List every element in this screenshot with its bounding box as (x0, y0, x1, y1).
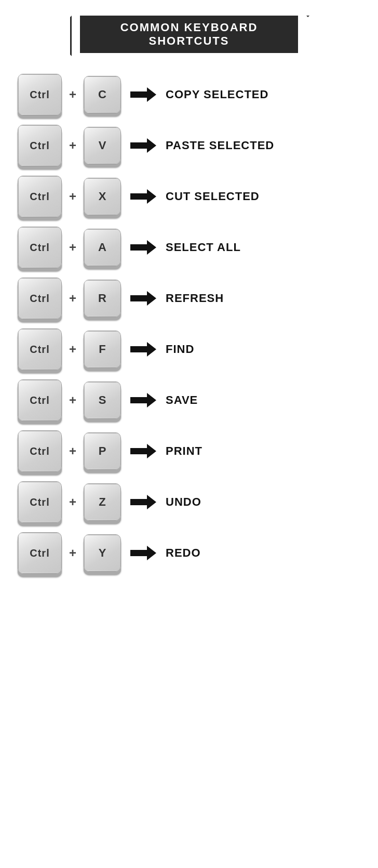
ctrl-key-copy: Ctrl (18, 74, 62, 115)
letter-key-undo: Z (84, 483, 121, 521)
ctrl-key-print: Ctrl (18, 430, 62, 472)
arrow-icon-paste (130, 138, 156, 153)
letter-label-redo: Y (99, 546, 106, 560)
shortcut-row-cut: Ctrl + X CUT SELECTED (18, 176, 360, 217)
shortcut-row-paste: Ctrl + V PASTE SELECTED (18, 125, 360, 166)
letter-key-redo: Y (84, 534, 121, 572)
letter-label-cut: X (99, 190, 106, 203)
arrow-icon-copy (130, 87, 156, 102)
arrow-icon-save (130, 393, 156, 407)
shortcut-label-copy: COPY SELECTED (166, 88, 268, 101)
ctrl-key-paste: Ctrl (18, 125, 62, 166)
ctrl-label-selectall: Ctrl (30, 242, 49, 254)
ctrl-key-undo: Ctrl (18, 481, 62, 523)
letter-key-copy: C (84, 76, 121, 113)
letter-label-refresh: R (98, 292, 106, 305)
arrow-icon-undo (130, 495, 156, 509)
ctrl-label-find: Ctrl (30, 344, 49, 356)
plus-sign-copy: + (69, 87, 76, 102)
arrow-icon-cut (130, 189, 156, 204)
plus-sign-refresh: + (69, 291, 76, 306)
plus-sign-print: + (69, 444, 76, 458)
ctrl-key-save: Ctrl (18, 379, 62, 421)
letter-label-selectall: A (98, 241, 106, 254)
shortcut-label-undo: UNDO (166, 495, 201, 509)
shortcut-label-save: SAVE (166, 393, 198, 407)
arrow-icon-find (130, 342, 156, 357)
title-text: COMMON KEYBOARD SHORTCUTS (120, 21, 258, 47)
shortcut-label-selectall: SELECT ALL (166, 241, 241, 254)
ctrl-label-paste: Ctrl (30, 140, 49, 152)
shortcut-label-print: PRINT (166, 444, 203, 458)
ctrl-label-undo: Ctrl (30, 496, 49, 508)
ctrl-key-selectall: Ctrl (18, 227, 62, 268)
shortcut-row-find: Ctrl + F FIND (18, 328, 360, 370)
letter-label-paste: V (99, 139, 106, 152)
shortcut-row-copy: Ctrl + C COPY SELECTED (18, 74, 360, 115)
arrow-icon-refresh (130, 291, 156, 306)
ctrl-key-cut: Ctrl (18, 176, 62, 217)
letter-key-find: F (84, 331, 121, 368)
ctrl-key-refresh: Ctrl (18, 278, 62, 319)
ctrl-label-save: Ctrl (30, 394, 49, 406)
plus-sign-cut: + (69, 189, 76, 204)
plus-sign-undo: + (69, 495, 76, 509)
plus-sign-redo: + (69, 546, 76, 560)
ctrl-label-refresh: Ctrl (30, 293, 49, 305)
letter-key-paste: V (84, 127, 121, 164)
plus-sign-find: + (69, 342, 76, 357)
letter-key-selectall: A (84, 229, 121, 266)
shortcut-row-print: Ctrl + P PRINT (18, 430, 360, 472)
letter-label-copy: C (98, 88, 106, 101)
ctrl-label-redo: Ctrl (30, 547, 49, 559)
letter-key-cut: X (84, 178, 121, 215)
letter-label-save: S (99, 393, 106, 407)
shortcuts-list: Ctrl + C COPY SELECTED Ctrl + V (18, 74, 360, 574)
letter-label-find: F (99, 343, 105, 356)
arrow-icon-redo (130, 546, 156, 560)
plus-sign-save: + (69, 393, 76, 407)
shortcut-row-redo: Ctrl + Y REDO (18, 532, 360, 574)
ctrl-label-print: Ctrl (30, 445, 49, 457)
shortcut-label-cut: CUT SELECTED (166, 190, 260, 203)
shortcut-row-selectall: Ctrl + A SELECT ALL (18, 227, 360, 268)
ctrl-key-find: Ctrl (18, 328, 62, 370)
letter-key-refresh: R (84, 280, 121, 317)
letter-label-print: P (99, 444, 106, 458)
shortcut-row-undo: Ctrl + Z UNDO (18, 481, 360, 523)
shortcut-label-refresh: REFRESH (166, 292, 224, 305)
letter-key-print: P (84, 432, 121, 470)
plus-sign-paste: + (69, 138, 76, 153)
arrow-icon-print (130, 444, 156, 458)
ctrl-label-copy: Ctrl (30, 89, 49, 101)
shortcut-label-find: FIND (166, 343, 194, 356)
shortcut-row-refresh: Ctrl + R REFRESH (18, 278, 360, 319)
shortcut-label-redo: REDO (166, 546, 201, 560)
arrow-icon-selectall (130, 240, 156, 255)
shortcut-row-save: Ctrl + S SAVE (18, 379, 360, 421)
ctrl-label-cut: Ctrl (30, 191, 49, 203)
plus-sign-selectall: + (69, 240, 76, 255)
ctrl-key-redo: Ctrl (18, 532, 62, 574)
letter-key-save: S (84, 382, 121, 419)
letter-label-undo: Z (99, 495, 105, 509)
shortcut-label-paste: PASTE SELECTED (166, 139, 274, 152)
title-banner: COMMON KEYBOARD SHORTCUTS (80, 16, 298, 53)
